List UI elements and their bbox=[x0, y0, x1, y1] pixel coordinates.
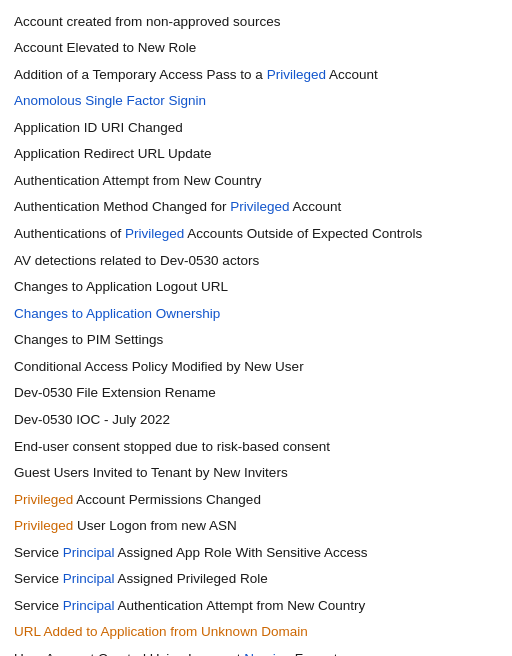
list-item-text: Conditional Access Policy Modified by Ne… bbox=[14, 359, 304, 374]
list-item-text: Changes to Application Logout URL bbox=[14, 279, 228, 294]
list-item-text: Changes to Application Ownership bbox=[14, 306, 220, 321]
list-item[interactable]: Service Principal Assigned App Role With… bbox=[12, 539, 500, 566]
list-item[interactable]: User Account Created Using Incorrect Nam… bbox=[12, 646, 500, 657]
list-item-text: Privileged bbox=[14, 492, 73, 507]
list-item[interactable]: AV detections related to Dev-0530 actors bbox=[12, 247, 500, 274]
list-item-text: Account Permissions Changed bbox=[73, 492, 261, 507]
list-item-text: Dev-0530 File Extension Rename bbox=[14, 385, 216, 400]
list-item-text: User Account Created Using Incorrect bbox=[14, 651, 244, 656]
items-list: Account created from non-approved source… bbox=[12, 8, 500, 656]
list-item-text: Service bbox=[14, 545, 63, 560]
list-item[interactable]: Changes to PIM Settings bbox=[12, 327, 500, 354]
list-item-text: Privileged bbox=[230, 199, 289, 214]
list-item-text: Authentication Method Changed for bbox=[14, 199, 230, 214]
list-item[interactable]: Application ID URI Changed bbox=[12, 114, 500, 141]
list-item[interactable]: Account created from non-approved source… bbox=[12, 8, 500, 35]
list-item-text: Application Redirect URL Update bbox=[14, 146, 212, 161]
list-item-text: Addition of a Temporary Access Pass to a bbox=[14, 67, 267, 82]
list-item-text: Privileged bbox=[14, 518, 73, 533]
list-item-text: Principal bbox=[63, 598, 115, 613]
list-item[interactable]: Authentication Attempt from New Country bbox=[12, 167, 500, 194]
list-item-text: Assigned Privileged Role bbox=[115, 571, 268, 586]
list-item-text: Format bbox=[291, 651, 338, 656]
list-item[interactable]: Dev-0530 IOC - July 2022 bbox=[12, 406, 500, 433]
list-item[interactable]: URL Added to Application from Unknown Do… bbox=[12, 619, 500, 646]
list-item[interactable]: Application Redirect URL Update bbox=[12, 141, 500, 168]
list-item-text: Principal bbox=[63, 545, 115, 560]
list-item-text: User Logon from new ASN bbox=[73, 518, 237, 533]
list-item[interactable]: Dev-0530 File Extension Rename bbox=[12, 380, 500, 407]
list-item-text: Anomolous Single Factor Signin bbox=[14, 93, 206, 108]
list-item-text: Account Elevated to New Role bbox=[14, 40, 196, 55]
list-item-text: Account bbox=[289, 199, 341, 214]
list-item[interactable]: Service Principal Assigned Privileged Ro… bbox=[12, 566, 500, 593]
list-item[interactable]: Authentications of Privileged Accounts O… bbox=[12, 221, 500, 248]
list-item-text: AV detections related to Dev-0530 actors bbox=[14, 253, 259, 268]
list-item[interactable]: Anomolous Single Factor Signin bbox=[12, 88, 500, 115]
list-item[interactable]: Changes to Application Ownership bbox=[12, 300, 500, 327]
list-item[interactable]: Account Elevated to New Role bbox=[12, 35, 500, 62]
list-item[interactable]: Addition of a Temporary Access Pass to a… bbox=[12, 61, 500, 88]
list-item-text: Service bbox=[14, 571, 63, 586]
list-item[interactable]: Guest Users Invited to Tenant by New Inv… bbox=[12, 460, 500, 487]
list-item-text: Account bbox=[326, 67, 378, 82]
list-item-text: Naming bbox=[244, 651, 291, 656]
list-item-text: Service bbox=[14, 598, 63, 613]
list-item-text: Accounts Outside of Expected Controls bbox=[184, 226, 422, 241]
list-item-text: Guest Users Invited to Tenant by New Inv… bbox=[14, 465, 288, 480]
list-item[interactable]: End-user consent stopped due to risk-bas… bbox=[12, 433, 500, 460]
list-item-text: Principal bbox=[63, 571, 115, 586]
list-item-text: Authentication Attempt from New Country bbox=[115, 598, 366, 613]
list-item-text: Authentications of bbox=[14, 226, 125, 241]
list-item[interactable]: Service Principal Authentication Attempt… bbox=[12, 592, 500, 619]
list-item-text: Privileged bbox=[125, 226, 184, 241]
list-item-text: End-user consent stopped due to risk-bas… bbox=[14, 439, 330, 454]
list-item-text: Account created from non-approved source… bbox=[14, 14, 280, 29]
list-item[interactable]: Authentication Method Changed for Privil… bbox=[12, 194, 500, 221]
list-item-text: Authentication Attempt from New Country bbox=[14, 173, 262, 188]
list-item[interactable]: Privileged Account Permissions Changed bbox=[12, 486, 500, 513]
list-item[interactable]: Privileged User Logon from new ASN bbox=[12, 513, 500, 540]
list-item-text: Assigned App Role With Sensitive Access bbox=[115, 545, 368, 560]
list-item-text: Privileged bbox=[267, 67, 326, 82]
list-item-text: Dev-0530 IOC - July 2022 bbox=[14, 412, 170, 427]
list-item[interactable]: Changes to Application Logout URL bbox=[12, 274, 500, 301]
list-item-text: Application ID URI Changed bbox=[14, 120, 183, 135]
list-item-text: Changes to PIM Settings bbox=[14, 332, 163, 347]
list-item[interactable]: Conditional Access Policy Modified by Ne… bbox=[12, 353, 500, 380]
list-item-text: URL Added to Application from Unknown Do… bbox=[14, 624, 308, 639]
